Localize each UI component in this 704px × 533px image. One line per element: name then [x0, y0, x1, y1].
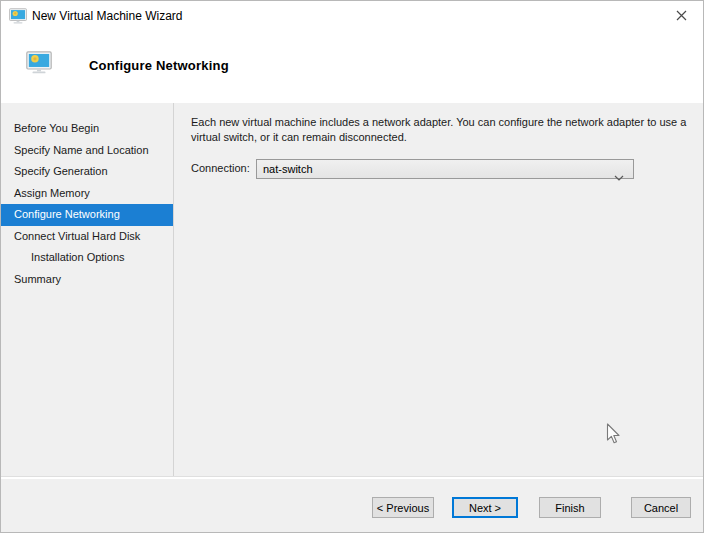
vm-monitor-icon	[26, 51, 52, 74]
previous-button[interactable]: < Previous	[372, 497, 434, 518]
sidebar-item-before-you-begin[interactable]: Before You Begin	[1, 118, 173, 140]
connection-selected-value: nat-switch	[263, 160, 313, 178]
description-text: Each new virtual machine includes a netw…	[191, 115, 699, 144]
connection-row: Connection: nat-switch	[191, 159, 693, 179]
finish-button[interactable]: Finish	[539, 497, 601, 518]
title-bar: New Virtual Machine Wizard	[1, 1, 703, 31]
sidebar-item-configure-networking[interactable]: Configure Networking	[1, 204, 173, 226]
sidebar-item-connect-virtual-hard-disk[interactable]: Connect Virtual Hard Disk	[1, 226, 173, 248]
new-vm-wizard-window: New Virtual Machine Wizard Configure Net…	[0, 0, 704, 533]
connection-dropdown[interactable]: nat-switch	[256, 159, 634, 179]
window-title: New Virtual Machine Wizard	[32, 1, 183, 31]
wizard-header: Configure Networking	[1, 31, 703, 103]
vm-monitor-icon	[9, 8, 27, 24]
cancel-button[interactable]: Cancel	[631, 497, 691, 518]
sidebar-item-installation-options[interactable]: Installation Options	[1, 247, 173, 269]
sidebar-item-assign-memory[interactable]: Assign Memory	[1, 183, 173, 205]
chevron-down-icon	[614, 167, 624, 173]
step-content: Each new virtual machine includes a netw…	[191, 103, 693, 476]
close-icon	[676, 9, 687, 24]
close-button[interactable]	[659, 1, 703, 31]
wizard-steps-nav: Before You Begin Specify Name and Locati…	[1, 103, 174, 476]
next-button[interactable]: Next >	[452, 497, 518, 518]
page-title: Configure Networking	[89, 58, 229, 73]
connection-label: Connection:	[191, 162, 250, 174]
wizard-footer: < Previous Next > Finish Cancel	[1, 478, 703, 532]
sidebar-item-specify-generation[interactable]: Specify Generation	[1, 161, 173, 183]
sidebar-item-specify-name-and-location[interactable]: Specify Name and Location	[1, 140, 173, 162]
wizard-body: Before You Begin Specify Name and Locati…	[1, 103, 703, 477]
sidebar-item-summary[interactable]: Summary	[1, 269, 173, 291]
